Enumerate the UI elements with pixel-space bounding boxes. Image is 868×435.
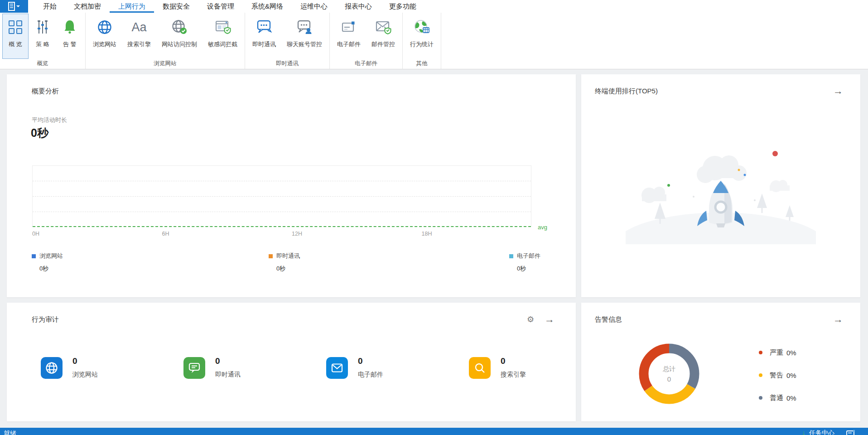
stat-label: 电子邮件 <box>358 371 383 379</box>
tab-doc-encrypt[interactable]: 文档加密 <box>65 0 110 13</box>
donut-total-label: 总计 <box>663 365 675 373</box>
tab-data-security[interactable]: 数据安全 <box>154 0 198 13</box>
empty-state-rocket-illustration <box>626 140 816 244</box>
alert-info-title: 告警信息 <box>595 315 622 324</box>
donut-total-value: 0 <box>667 375 671 383</box>
tab-system-network[interactable]: 系统&网络 <box>243 0 292 13</box>
tab-report-center[interactable]: 报表中心 <box>336 0 381 13</box>
ribbon-group-other: 行为统计 其他 <box>403 13 441 69</box>
legend-label: 警告 <box>770 371 783 380</box>
grid-icon <box>8 17 23 38</box>
legend-dot <box>759 373 762 377</box>
chart-gridline <box>33 212 531 212</box>
ribbon-group-im: 即时通讯 聊天账号管控 即时通讯 <box>245 13 330 69</box>
ribbon-group-label: 其他 <box>405 59 439 69</box>
app-menu-button[interactable] <box>0 0 28 13</box>
legend-item-email[interactable]: 电子邮件 0秒 <box>509 252 540 273</box>
gear-icon[interactable]: ⚙ <box>527 315 534 324</box>
stat-label: 即时通讯 <box>215 371 241 379</box>
legend-label: 严重 <box>770 348 783 357</box>
ribbon-group-label: 浏览网站 <box>87 59 243 69</box>
svg-text:Aa: Aa <box>131 20 147 34</box>
behavior-audit-title: 行为审计 <box>32 315 59 324</box>
legend-label: 电子邮件 <box>517 252 540 260</box>
legend-value: 0秒 <box>39 265 63 273</box>
ribbon-button-search-engine[interactable]: Aa 搜索引擎 <box>122 14 156 59</box>
stat-value: 0 <box>72 356 98 366</box>
alert-legend-critical: 严重 0% <box>759 348 796 357</box>
mail-icon <box>341 17 357 38</box>
behavior-audit-panel: 行为审计 ⚙ → 0 浏览网站 0 即时通讯 <box>7 303 576 421</box>
chart-gridline <box>33 196 531 197</box>
download-arrow-icon: ↓ <box>802 429 805 435</box>
tab-start[interactable]: 开始 <box>34 0 65 13</box>
legend-value: 0% <box>786 394 796 402</box>
ribbon-button-im[interactable]: 即时通讯 <box>247 14 281 59</box>
ribbon-group-label: 概览 <box>2 59 83 69</box>
alert-legend-normal: 普通 0% <box>759 393 796 402</box>
legend-swatch <box>32 254 36 258</box>
legend-value: 0秒 <box>276 265 300 273</box>
donut-center: 总计 0 <box>635 340 703 408</box>
ribbon-button-policy[interactable]: 策 略 <box>29 14 56 59</box>
tab-web-behavior[interactable]: 上网行为 <box>110 0 154 13</box>
legend-dot <box>759 396 762 400</box>
tab-device-mgmt[interactable]: 设备管理 <box>198 0 243 13</box>
stat-value: 0 <box>358 356 383 366</box>
ribbon-button-sensitive-words[interactable]: 敏感词拦截 <box>203 14 242 59</box>
legend-label: 普通 <box>770 394 783 402</box>
ribbon-group-label: 即时通讯 <box>247 59 328 69</box>
audit-stat-browse-web[interactable]: 0 浏览网站 <box>41 357 98 379</box>
ribbon-button-browse-web[interactable]: 浏览网站 <box>88 14 121 59</box>
globe-icon <box>41 357 63 379</box>
audit-stat-email[interactable]: 0 电子邮件 <box>326 357 383 379</box>
stat-value: 0 <box>215 356 241 366</box>
stat-label: 浏览网站 <box>72 371 98 379</box>
notification-panel-icon[interactable] <box>846 430 855 435</box>
terminal-ranking-panel: 终端使用排行(TOP5) → <box>581 74 860 297</box>
search-icon <box>469 357 491 379</box>
avg-line-label: avg <box>538 224 547 231</box>
legend-swatch <box>269 254 273 258</box>
chart-gridline <box>33 181 531 181</box>
status-bar: 就绪 ↓ 任务中心 <box>0 428 868 435</box>
tab-more-features[interactable]: 更多功能 <box>381 0 425 13</box>
ribbon-button-alert[interactable]: 告 警 <box>57 14 83 59</box>
summary-panel: 概要分析 平均活动时长 0秒 avg 0H 6H 12H 18H 浏览网站 0秒… <box>7 74 576 297</box>
ribbon-group-overview: 概 览 策 略 告 警 <box>0 13 86 69</box>
arrow-right-icon[interactable]: → <box>833 314 843 324</box>
activity-line-chart: avg <box>32 165 531 227</box>
chat-user-icon <box>296 17 313 38</box>
legend-item-browse-web[interactable]: 浏览网站 0秒 <box>32 252 63 273</box>
legend-swatch <box>509 254 513 258</box>
audit-stat-im[interactable]: 0 即时通讯 <box>183 357 241 379</box>
x-tick: 0H <box>32 231 39 237</box>
legend-item-im[interactable]: 即时通讯 0秒 <box>269 252 300 273</box>
stat-value: 0 <box>501 356 526 366</box>
aa-icon: Aa <box>130 17 148 38</box>
ribbon-group-label: 电子邮件 <box>332 59 400 69</box>
terminal-ranking-title: 终端使用排行(TOP5) <box>595 87 658 96</box>
legend-label: 浏览网站 <box>39 252 63 260</box>
legend-label: 即时通讯 <box>276 252 300 260</box>
legend-value: 0秒 <box>517 265 540 273</box>
app-menu-icon <box>7 2 21 11</box>
mail-icon <box>326 357 348 379</box>
ribbon-button-mail-control[interactable]: 邮件管控 <box>366 14 400 59</box>
ribbon-group-email: 电子邮件 邮件管控 电子邮件 <box>330 13 403 69</box>
arrow-right-icon[interactable]: → <box>833 86 843 96</box>
task-center-button[interactable]: 任务中心 <box>809 429 834 435</box>
x-tick: 6H <box>162 231 169 237</box>
ribbon-button-overview[interactable]: 概 览 <box>2 14 29 59</box>
stat-label: 搜索引擎 <box>501 371 526 379</box>
audit-stat-search[interactable]: 0 搜索引擎 <box>469 357 526 379</box>
ribbon-button-web-access-control[interactable]: 网站访问控制 <box>157 14 202 59</box>
globe-icon <box>97 17 112 38</box>
x-tick: 12H <box>292 231 302 237</box>
ribbon-button-email[interactable]: 电子邮件 <box>332 14 366 59</box>
arrow-right-icon[interactable]: → <box>545 314 555 324</box>
ribbon-button-behavior-stats[interactable]: 行为统计 <box>405 14 439 59</box>
tab-ops-center[interactable]: 运维中心 <box>292 0 336 13</box>
globe-stats-icon <box>414 17 430 38</box>
ribbon-button-chat-account[interactable]: 聊天账号管控 <box>282 14 327 59</box>
